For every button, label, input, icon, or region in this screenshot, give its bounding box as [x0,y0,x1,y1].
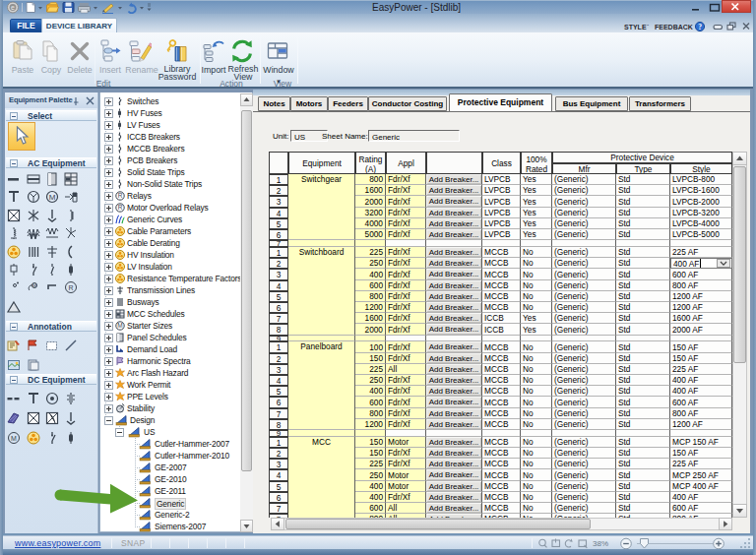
svg-text:M: M [11,435,17,442]
svg-text:M: M [117,322,122,329]
svg-text:R: R [118,204,123,211]
svg-text:e: e [11,4,15,11]
svg-text:?: ? [698,23,702,31]
svg-text:M: M [32,282,36,288]
svg-text:R: R [68,284,73,291]
svg-text:R: R [118,192,123,199]
svg-text:M: M [49,193,56,202]
